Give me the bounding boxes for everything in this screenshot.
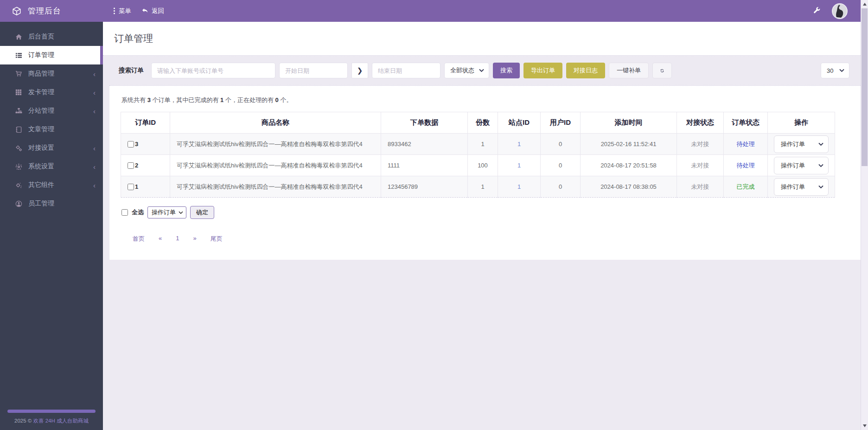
col-user-id: 用户ID bbox=[541, 112, 581, 134]
dock-log-button[interactable]: 对接日志 bbox=[566, 63, 605, 78]
bulk-actions: 全选 操作订单 确定 bbox=[121, 206, 852, 219]
sidebar-item-substations[interactable]: 分站管理 ‹ bbox=[0, 102, 103, 120]
page-size-select[interactable]: 30 bbox=[821, 63, 849, 78]
brand: 管理后台 bbox=[0, 6, 103, 16]
menu-toggle-button[interactable]: 菜单 bbox=[113, 7, 131, 15]
col-order-status: 订单状态 bbox=[724, 112, 768, 134]
bulk-action-select[interactable]: 操作订单 bbox=[147, 206, 186, 218]
chevron-down-icon bbox=[818, 164, 823, 167]
chevron-down-icon bbox=[818, 142, 823, 146]
status-select[interactable]: 全部状态 bbox=[444, 63, 489, 78]
col-qty: 份数 bbox=[468, 112, 498, 134]
row-checkbox[interactable] bbox=[128, 184, 134, 190]
dots-vertical-icon bbox=[113, 7, 115, 14]
product-name: 可孚艾滋病检测试纸hiv检测纸四合一—高精准自检梅毒双检非第四代4 bbox=[170, 176, 381, 198]
product-name: 可孚艾滋病检测试纸hiv检测纸四合一—高精准自检梅毒双检非第四代4 bbox=[170, 134, 381, 155]
site-id-link[interactable]: 1 bbox=[517, 141, 521, 148]
book-icon bbox=[15, 126, 22, 133]
pagination: 首页 « 1 » 尾页 bbox=[133, 235, 852, 243]
pagination-prev[interactable]: « bbox=[159, 235, 162, 243]
sidebar-item-orders[interactable]: 订单管理 bbox=[0, 46, 103, 64]
scrollbar-thumb[interactable] bbox=[862, 8, 868, 166]
search-input[interactable] bbox=[151, 63, 275, 78]
pagination-page-1[interactable]: 1 bbox=[176, 235, 179, 243]
select-all-label: 全选 bbox=[132, 208, 144, 217]
cogs-icon bbox=[15, 182, 22, 189]
table-row: 1 可孚艾滋病检测试纸hiv检测纸四合一—高精准自检梅毒双检非第四代4 1234… bbox=[121, 176, 835, 198]
sidebar-item-docking[interactable]: 对接设置 ‹ bbox=[0, 139, 103, 157]
select-all-checkbox[interactable] bbox=[121, 209, 128, 216]
table-row: 3 可孚艾滋病检测试纸hiv检测纸四合一—高精准自检梅毒双检非第四代4 8933… bbox=[121, 134, 835, 155]
chevron-down-icon bbox=[179, 211, 183, 214]
row-checkbox[interactable] bbox=[128, 162, 134, 169]
sidebar-item-staff[interactable]: 员工管理 bbox=[0, 194, 103, 213]
pagination-next[interactable]: » bbox=[193, 235, 196, 243]
export-orders-button[interactable]: 导出订单 bbox=[523, 63, 562, 78]
chevron-down-icon bbox=[818, 185, 823, 189]
app-title: 管理后台 bbox=[28, 6, 61, 16]
orders-card: 系统共有 3 个订单，其中已完成的有 1 个，正在处理的有 0 个。 订单ID … bbox=[109, 85, 863, 260]
col-order-data: 下单数据 bbox=[381, 112, 468, 134]
end-date-input[interactable] bbox=[372, 63, 440, 78]
start-date-input[interactable] bbox=[279, 63, 348, 78]
sidebar-item-components[interactable]: 其它组件 ‹ bbox=[0, 176, 103, 194]
pagination-last[interactable]: 尾页 bbox=[211, 235, 223, 243]
home-icon bbox=[15, 33, 22, 40]
chevron-left-icon: ‹ bbox=[93, 163, 96, 170]
search-button[interactable]: 搜索 bbox=[493, 63, 520, 78]
page-title: 订单管理 bbox=[114, 32, 153, 45]
refresh-icon bbox=[660, 67, 664, 74]
chevron-down-icon bbox=[479, 69, 484, 72]
col-order-id: 订单ID bbox=[121, 112, 170, 134]
orders-table: 订单ID 商品名称 下单数据 份数 站点ID 用户ID 添加时间 对接状态 订单… bbox=[121, 112, 835, 198]
table-header-row: 订单ID 商品名称 下单数据 份数 站点ID 用户ID 添加时间 对接状态 订单… bbox=[121, 112, 835, 134]
pagination-first[interactable]: 首页 bbox=[133, 235, 145, 243]
col-actions: 操作 bbox=[768, 112, 835, 134]
wrench-icon[interactable] bbox=[813, 7, 821, 15]
row-checkbox[interactable] bbox=[128, 141, 134, 148]
chevron-left-icon: ‹ bbox=[93, 71, 96, 77]
chevron-left-icon: ‹ bbox=[93, 108, 96, 115]
sitemap-icon bbox=[15, 108, 22, 115]
order-status: 待处理 bbox=[737, 162, 755, 169]
confirm-button[interactable]: 确定 bbox=[190, 206, 214, 219]
site-name-link[interactable]: 欢喜 24H 成人自助商城 bbox=[33, 418, 89, 424]
vertical-scrollbar[interactable] bbox=[861, 0, 868, 430]
undo-arrow-icon bbox=[141, 7, 148, 14]
user-avatar[interactable] bbox=[832, 3, 848, 19]
dock-status: 未对接 bbox=[691, 141, 709, 148]
table-row: 2 可孚艾滋病检测试纸hiv检测纸四合一—高精准自检梅毒双检非第四代4 1111… bbox=[121, 155, 835, 176]
order-status: 已完成 bbox=[737, 183, 755, 190]
order-action-select[interactable]: 操作订单 bbox=[774, 178, 829, 196]
site-id-link[interactable]: 1 bbox=[517, 162, 521, 169]
refresh-button[interactable] bbox=[652, 63, 672, 78]
gear-icon bbox=[15, 163, 22, 170]
order-action-select[interactable]: 操作订单 bbox=[774, 135, 829, 153]
search-label: 搜索订单 bbox=[119, 66, 144, 75]
topbar: 管理后台 菜单 返回 bbox=[0, 0, 868, 22]
col-product: 商品名称 bbox=[170, 112, 381, 134]
chevron-left-icon: ‹ bbox=[93, 89, 96, 96]
sidebar-item-system[interactable]: 系统设置 ‹ bbox=[0, 157, 103, 176]
scroll-down-arrow-icon[interactable] bbox=[863, 424, 867, 427]
sidebar-item-products[interactable]: 商品管理 ‹ bbox=[0, 64, 103, 83]
sidebar-item-cards[interactable]: 发卡管理 ‹ bbox=[0, 83, 103, 102]
chevron-left-icon: ‹ bbox=[93, 145, 96, 152]
back-button[interactable]: 返回 bbox=[141, 7, 164, 15]
reissue-button[interactable]: 一键补单 bbox=[609, 63, 649, 78]
product-name: 可孚艾滋病检测试纸hiv检测纸四合一—高精准自检梅毒双检非第四代4 bbox=[170, 155, 381, 176]
copyright-year: 2025 © bbox=[14, 418, 32, 424]
sidebar-item-dashboard[interactable]: 后台首页 bbox=[0, 27, 103, 46]
sidebar-item-articles[interactable]: 文章管理 bbox=[0, 120, 103, 139]
order-action-select[interactable]: 操作订单 bbox=[774, 157, 829, 174]
sidebar: 后台首页 订单管理 商品管理 ‹ bbox=[0, 22, 103, 430]
scroll-up-arrow-icon[interactable] bbox=[863, 3, 867, 6]
main-content: 订单管理 搜索订单 ❯ 全部状态 搜索 导出订单 对接日志 一键补单 30 系统… bbox=[103, 22, 868, 430]
list-icon bbox=[15, 52, 22, 59]
col-dock-status: 对接状态 bbox=[677, 112, 724, 134]
dock-status: 未对接 bbox=[691, 183, 709, 190]
col-site-id: 站点ID bbox=[498, 112, 541, 134]
cart-icon bbox=[15, 71, 22, 77]
page-header: 订单管理 bbox=[103, 22, 868, 56]
site-id-link[interactable]: 1 bbox=[517, 183, 521, 190]
